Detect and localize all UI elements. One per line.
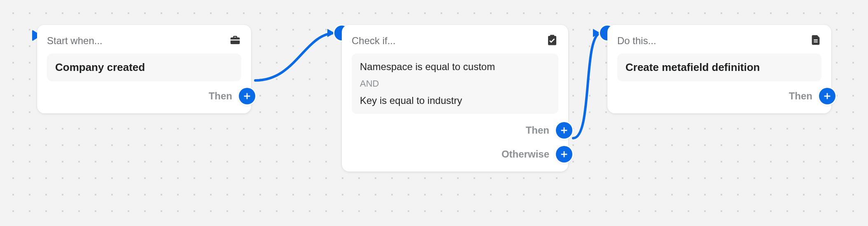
clipboard-check-icon bbox=[546, 34, 558, 48]
trigger-card[interactable]: Start when... Company created Then bbox=[37, 25, 251, 113]
card-header-title: Start when... bbox=[47, 35, 103, 47]
condition-card[interactable]: Check if... Namespace is equal to custom… bbox=[342, 25, 568, 172]
condition-line-2: Key is equal to industry bbox=[360, 95, 550, 106]
add-then-button[interactable] bbox=[239, 88, 255, 104]
add-then-button[interactable] bbox=[819, 88, 835, 104]
trigger-title: Company created bbox=[47, 54, 241, 81]
card-header-title: Check if... bbox=[352, 35, 396, 47]
card-header: Check if... bbox=[352, 34, 558, 48]
otherwise-label: Otherwise bbox=[502, 148, 549, 160]
condition-line-1: Namespace is equal to custom bbox=[360, 61, 550, 73]
briefcase-icon bbox=[229, 34, 241, 48]
condition-body: Namespace is equal to custom AND Key is … bbox=[352, 54, 558, 114]
condition-operator: AND bbox=[360, 78, 550, 89]
then-label: Then bbox=[209, 90, 232, 102]
action-card[interactable]: Do this... Create metafield definition T… bbox=[607, 25, 831, 113]
then-label: Then bbox=[789, 90, 812, 102]
action-title: Create metafield definition bbox=[617, 54, 821, 81]
card-header-title: Do this... bbox=[617, 35, 656, 47]
then-label: Then bbox=[526, 125, 549, 136]
add-then-button[interactable] bbox=[556, 122, 572, 139]
add-otherwise-button[interactable] bbox=[556, 146, 572, 162]
card-header: Do this... bbox=[617, 34, 821, 48]
document-icon bbox=[810, 34, 821, 48]
card-header: Start when... bbox=[47, 34, 241, 48]
